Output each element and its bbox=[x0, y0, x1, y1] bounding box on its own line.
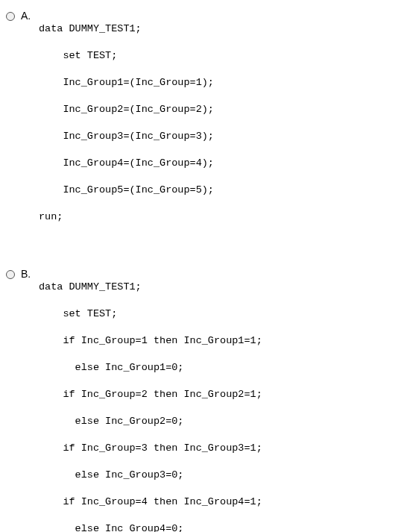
code-line: Inc_Group2=(Inc_Group=2); bbox=[39, 103, 401, 116]
code-line: Inc_Group3=(Inc_Group=3); bbox=[39, 130, 401, 143]
code-line: Inc_Group1=(Inc_Group=1); bbox=[39, 76, 401, 90]
code-line: else Inc_Group4=0; bbox=[39, 522, 401, 532]
code-block-a: data DUMMY_TEST1; set TEST; Inc_Group1=(… bbox=[39, 9, 401, 251]
code-line: else Inc_Group3=0; bbox=[39, 469, 401, 482]
code-line: set TEST; bbox=[39, 307, 401, 321]
code-line: if Inc_Group=2 then Inc_Group2=1; bbox=[39, 388, 401, 401]
option-letter: A. bbox=[21, 9, 39, 22]
radio-container bbox=[6, 9, 21, 24]
radio-container bbox=[6, 267, 21, 282]
code-line: set TEST; bbox=[39, 49, 401, 63]
code-line: if Inc_Group=3 then Inc_Group3=1; bbox=[39, 442, 401, 455]
code-line: if Inc_Group=4 then Inc_Group4=1; bbox=[39, 495, 401, 509]
code-line: data DUMMY_TEST1; bbox=[39, 22, 401, 36]
code-line: data DUMMY_TEST1; bbox=[39, 281, 401, 294]
radio-b[interactable] bbox=[6, 270, 15, 279]
option-a: A. data DUMMY_TEST1; set TEST; Inc_Group… bbox=[6, 9, 401, 251]
option-letter: B. bbox=[21, 267, 39, 280]
code-block-b: data DUMMY_TEST1; set TEST; if Inc_Group… bbox=[39, 267, 401, 532]
radio-a[interactable] bbox=[6, 12, 15, 21]
code-line: if Inc_Group=1 then Inc_Group1=1; bbox=[39, 334, 401, 348]
option-b: B. data DUMMY_TEST1; set TEST; if Inc_Gr… bbox=[6, 267, 401, 532]
code-line: else Inc_Group2=0; bbox=[39, 415, 401, 428]
code-line: Inc_Group5=(Inc_Group=5); bbox=[39, 184, 401, 197]
code-line: run; bbox=[39, 210, 401, 224]
code-line: Inc_Group4=(Inc_Group=4); bbox=[39, 157, 401, 170]
code-line: else Inc_Group1=0; bbox=[39, 361, 401, 375]
